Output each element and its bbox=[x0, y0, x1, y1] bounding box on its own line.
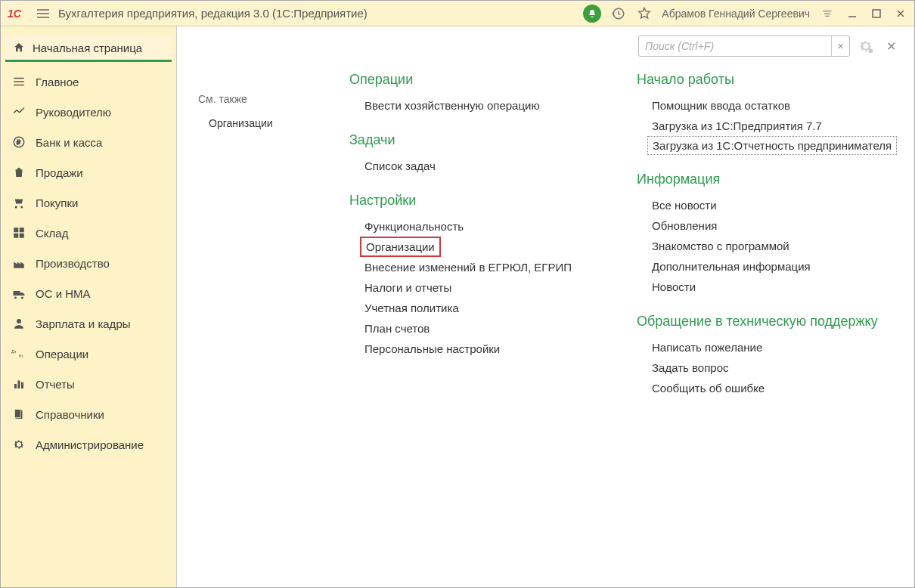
svg-text:1C: 1C bbox=[8, 8, 22, 20]
link-accounting-policy[interactable]: Учетная политика bbox=[349, 298, 606, 318]
link-write-wish[interactable]: Написать пожелание bbox=[637, 337, 901, 357]
sidebar-item-reports[interactable]: Отчеты bbox=[1, 369, 176, 399]
sidebar-item-label: Администрирование bbox=[36, 438, 144, 451]
svg-point-25 bbox=[868, 48, 873, 53]
tab-home[interactable]: Начальная страница bbox=[5, 36, 172, 62]
link-personal-settings[interactable]: Персональные настройки bbox=[349, 339, 606, 359]
link-news[interactable]: Новости bbox=[637, 277, 901, 297]
factory-icon bbox=[11, 255, 26, 271]
menu-icon bbox=[11, 74, 26, 89]
sidebar-item-label: Главное bbox=[36, 76, 79, 88]
link-load-reporting[interactable]: Загрузка из 1С:Отчетность предпринимател… bbox=[647, 136, 897, 155]
notifications-icon[interactable] bbox=[583, 5, 601, 23]
sidebar-item-label: Операции bbox=[36, 348, 88, 361]
sidebar-item-bank[interactable]: ₽ Банк и касса bbox=[1, 127, 176, 157]
search-input[interactable] bbox=[639, 40, 831, 52]
svg-rect-23 bbox=[21, 382, 23, 388]
gear-icon bbox=[11, 437, 26, 452]
link-balance-helper[interactable]: Помощник ввода остатков bbox=[637, 95, 901, 116]
panel-settings-icon[interactable] bbox=[819, 5, 836, 22]
tab-home-label: Начальная страница bbox=[33, 42, 142, 54]
dtk-icon: ДтКт bbox=[11, 346, 26, 361]
aside-heading: См. также bbox=[198, 93, 319, 105]
section-head-settings: Настройки bbox=[349, 193, 606, 209]
aside-column: См. также Организации bbox=[198, 72, 319, 415]
settings-icon[interactable] bbox=[855, 38, 877, 54]
svg-rect-14 bbox=[14, 227, 18, 232]
main-toolbar: × ✕ bbox=[191, 36, 901, 57]
sidebar-item-references[interactable]: Справочники bbox=[1, 399, 176, 429]
svg-text:Кт: Кт bbox=[19, 354, 23, 358]
link-additional-info[interactable]: Дополнительная информация bbox=[637, 256, 901, 277]
sidebar-item-label: Продажи bbox=[36, 166, 83, 179]
section-head-tasks: Задачи bbox=[349, 132, 606, 148]
sidebar-item-label: Производство bbox=[36, 257, 110, 270]
aside-link-organizations[interactable]: Организации bbox=[198, 116, 319, 131]
middle-column: Операции Ввести хозяйственную операцию З… bbox=[349, 72, 606, 415]
svg-rect-22 bbox=[18, 381, 20, 389]
link-all-news[interactable]: Все новости bbox=[637, 195, 901, 215]
sidebar-item-warehouse[interactable]: Склад bbox=[1, 218, 176, 248]
book-icon bbox=[11, 407, 26, 422]
svg-rect-17 bbox=[20, 234, 24, 238]
cart-icon bbox=[11, 195, 26, 210]
svg-rect-15 bbox=[20, 227, 24, 232]
sidebar-item-admin[interactable]: Администрирование bbox=[1, 429, 176, 460]
sidebar-item-assets[interactable]: ОС и НМА bbox=[1, 278, 176, 308]
link-functionality[interactable]: Функциональность bbox=[349, 216, 606, 237]
user-name[interactable]: Абрамов Геннадий Сергеевич bbox=[662, 8, 810, 20]
link-organizations[interactable]: Организации bbox=[360, 237, 441, 257]
truck-icon bbox=[11, 286, 26, 301]
close-button[interactable] bbox=[893, 6, 908, 21]
svg-text:₽: ₽ bbox=[17, 139, 20, 146]
favorites-icon[interactable] bbox=[636, 5, 653, 22]
sidebar-item-operations[interactable]: ДтКт Операции bbox=[1, 339, 176, 369]
svg-rect-21 bbox=[14, 384, 17, 388]
ruble-icon: ₽ bbox=[11, 135, 26, 150]
sidebar-item-sales[interactable]: Продажи bbox=[1, 157, 176, 187]
sidebar-item-production[interactable]: Производство bbox=[1, 248, 176, 278]
person-icon bbox=[11, 316, 26, 331]
sidebar: Начальная страница Главное Руководителю … bbox=[1, 26, 176, 587]
section-head-operations: Операции bbox=[349, 72, 606, 88]
sidebar-item-main[interactable]: Главное bbox=[1, 67, 176, 97]
search-clear-button[interactable]: × bbox=[831, 36, 849, 56]
maximize-button[interactable] bbox=[869, 6, 884, 21]
link-load-77[interactable]: Загрузка из 1С:Предприятия 7.7 bbox=[637, 116, 901, 136]
svg-point-18 bbox=[17, 319, 21, 323]
sidebar-item-label: Покупки bbox=[36, 197, 78, 209]
sidebar-item-purchases[interactable]: Покупки bbox=[1, 187, 176, 218]
window-title: Бухгалтерия предприятия, редакция 3.0 (1… bbox=[58, 7, 368, 20]
link-chart-accounts[interactable]: План счетов bbox=[349, 318, 606, 339]
link-taxes[interactable]: Налоги и отчеты bbox=[349, 277, 606, 298]
sidebar-item-manager[interactable]: Руководителю bbox=[1, 97, 176, 127]
section-head-support: Обращение в техническую поддержку bbox=[637, 314, 901, 330]
link-enter-operation[interactable]: Ввести хозяйственную операцию bbox=[349, 95, 606, 116]
sidebar-item-label: Склад bbox=[36, 227, 68, 240]
minimize-button[interactable] bbox=[845, 6, 860, 21]
search-box: × bbox=[638, 36, 850, 57]
link-updates[interactable]: Обновления bbox=[637, 215, 901, 236]
titlebar: 1C Бухгалтерия предприятия, редакция 3.0… bbox=[1, 1, 914, 26]
sidebar-item-salary[interactable]: Зарплата и кадры bbox=[1, 308, 176, 339]
chart-icon bbox=[11, 104, 26, 119]
home-icon bbox=[11, 40, 26, 55]
section-head-info: Информация bbox=[637, 172, 901, 187]
link-ask-question[interactable]: Задать вопрос bbox=[637, 357, 901, 378]
sidebar-item-label: Отчеты bbox=[36, 378, 75, 391]
bag-icon bbox=[11, 165, 26, 180]
link-report-bug[interactable]: Сообщить об ошибке bbox=[637, 378, 901, 398]
link-intro[interactable]: Знакомство с программой bbox=[637, 236, 901, 256]
close-panel-button[interactable]: ✕ bbox=[882, 39, 901, 54]
app-logo-icon: 1C bbox=[7, 6, 29, 21]
svg-rect-16 bbox=[14, 234, 18, 238]
main-panel: × ✕ См. также Организации Операции Ввест… bbox=[176, 26, 914, 587]
bars-icon bbox=[11, 376, 26, 391]
link-egrul[interactable]: Внесение изменений в ЕГРЮЛ, ЕГРИП bbox=[349, 257, 606, 277]
section-head-start: Начало работы bbox=[637, 72, 901, 88]
svg-rect-6 bbox=[873, 10, 880, 17]
link-task-list[interactable]: Список задач bbox=[349, 156, 606, 176]
right-column: Начало работы Помощник ввода остатков За… bbox=[637, 72, 901, 415]
history-icon[interactable] bbox=[610, 5, 627, 22]
main-menu-icon[interactable] bbox=[36, 6, 51, 21]
